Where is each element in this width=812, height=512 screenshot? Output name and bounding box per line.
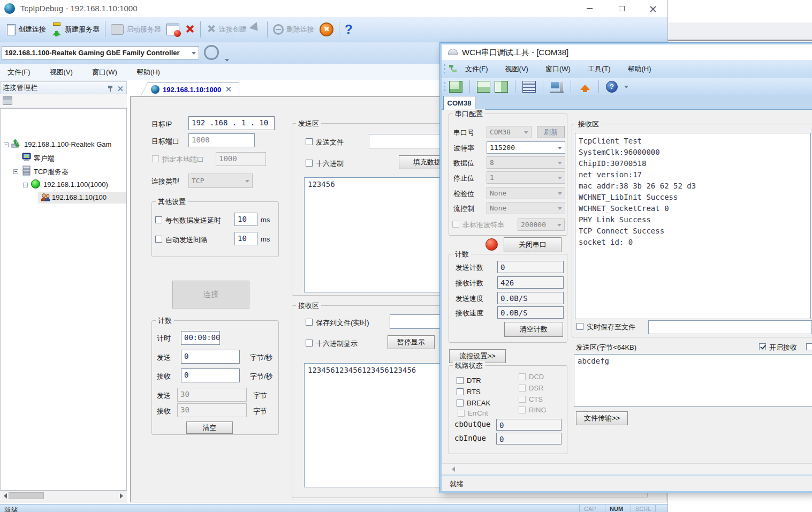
wch-menu-window[interactable]: 窗口(W) — [543, 64, 573, 74]
scroll-thumb[interactable] — [9, 492, 44, 499]
tcp-counter-group: 计数 计时 00:00:00 发送 0 字节/秒 接收 0 字节/秒 发送 30… — [151, 320, 279, 435]
menu-view[interactable]: 视图(V) — [48, 67, 75, 77]
extra-checkbox[interactable] — [806, 343, 812, 350]
scroll-right-icon[interactable] — [120, 493, 126, 499]
new-server-button[interactable]: 新建服务器 — [49, 20, 102, 39]
checkbox-box — [806, 343, 812, 350]
interval-field[interactable]: 10 — [234, 232, 257, 245]
checkbox-box — [519, 385, 526, 391]
tcp-toolbar: 创建连接 新建服务器 启动服务器 — [0, 17, 667, 42]
cts-label: CTS — [529, 395, 543, 403]
terminal-pc-icon[interactable] — [550, 81, 564, 93]
wch-menu-tools[interactable]: 工具(T) — [586, 64, 613, 74]
calculator-icon[interactable] — [522, 81, 536, 93]
toolbar-overflow-icon[interactable] — [624, 86, 628, 91]
realtime-save-field[interactable] — [648, 320, 812, 334]
rts-checkbox[interactable]: RTS — [457, 388, 481, 396]
dock-hscrollbar[interactable] — [0, 491, 127, 500]
close-all-button[interactable] — [317, 20, 336, 39]
databits-select: 8 — [487, 156, 565, 169]
kill-server-button[interactable] — [182, 22, 198, 37]
dock-close-icon[interactable] — [118, 86, 124, 92]
delay-checkbox[interactable]: 每包数据发送延时 — [155, 216, 221, 225]
help-glyph: ? — [610, 82, 614, 91]
tree-expander[interactable] — [23, 183, 28, 187]
menu-file[interactable]: 文件(F) — [5, 67, 33, 77]
dtr-checkbox[interactable]: DTR — [457, 377, 481, 385]
local-port-field: 1000 — [216, 152, 266, 166]
tree-item-listener[interactable]: 192.168.1.100(1000) — [43, 180, 108, 189]
tree-item-tcp-server[interactable]: TCP服务器 — [34, 167, 69, 177]
com38-tab[interactable]: COM38 — [443, 96, 475, 110]
realtime-save-checkbox[interactable]: 实时保存至文件 — [576, 322, 635, 332]
server-icon — [22, 165, 31, 176]
tree-expander[interactable] — [13, 169, 18, 174]
log-line: SystemClk:96000000 — [579, 147, 807, 158]
target-ip-field[interactable]: 192 .168 . 1 . 10 — [188, 116, 275, 130]
cabinet-icon[interactable] — [3, 96, 12, 105]
wch-send-title: 发送区(字节<64KB) — [576, 343, 636, 352]
org-chart-icon — [449, 65, 458, 72]
tree-item-connection[interactable]: 192.168.1.10(100 — [52, 193, 107, 201]
chevron-down-icon — [558, 147, 562, 152]
scroll-left-icon[interactable] — [1, 493, 7, 499]
refresh-adapters-icon[interactable] — [204, 45, 219, 60]
wch-menu-help[interactable]: 帮助(H) — [626, 64, 654, 74]
connection-tool-button[interactable] — [249, 21, 264, 38]
stop-server-button[interactable] — [164, 21, 182, 37]
wch-hscrollbar[interactable] — [442, 463, 812, 475]
adapter-select[interactable]: 192.168.1.100-Realtek Gaming GbE Family … — [2, 46, 199, 59]
parity-select: None — [487, 187, 565, 199]
upload-arrow-icon[interactable] — [578, 81, 591, 93]
split-vertical-icon[interactable] — [495, 81, 508, 93]
file-transfer-button[interactable]: 文件传输>> — [576, 411, 628, 425]
dcd-label: DCD — [529, 373, 544, 381]
target-port-field[interactable]: 1000 — [188, 133, 255, 147]
line-status-group: 线路状态 DTR RTS BREAK ErrCnt DCD DSR CTS RI… — [449, 365, 567, 454]
save-file-checkbox[interactable]: 保存到文件(实时) — [306, 318, 369, 328]
help-button[interactable]: ? — [342, 20, 355, 39]
recv-rate-label: 接收 — [157, 372, 171, 381]
clear-counter-button[interactable]: 清空 — [186, 421, 233, 434]
close-button[interactable] — [644, 3, 661, 14]
tree-item-adapter[interactable]: 192.168.1.100-Realtek Gam — [24, 140, 111, 148]
send-file-checkbox[interactable]: 发送文件 — [306, 138, 344, 147]
menu-window[interactable]: 窗口(W) — [90, 67, 119, 77]
connection-tab[interactable]: 192.168.1.10:1000 — [140, 82, 239, 97]
wch-menu-file[interactable]: 文件(F) — [463, 64, 490, 74]
checkbox-box — [306, 340, 313, 347]
create-connection-button[interactable]: 创建连接 — [4, 22, 49, 37]
pin-icon[interactable] — [108, 85, 113, 92]
parity-value: None — [490, 189, 506, 197]
split-horizontal-icon[interactable] — [477, 81, 490, 93]
enable-receive-checkbox[interactable]: 开启接收 — [759, 343, 797, 352]
wch-statusbar: 就绪 — [442, 475, 812, 491]
cboutque-label: cbOutQue — [454, 420, 490, 428]
close-port-button[interactable]: 关闭串口 — [504, 237, 561, 252]
send-hex-checkbox[interactable]: 十六进制 — [306, 159, 344, 169]
wch-recv-textarea[interactable]: TcpClient Test SystemClk:96000000 ChipID… — [575, 133, 811, 319]
toolbar-overflow-icon[interactable] — [225, 59, 229, 64]
tree-item-client[interactable]: 客户端 — [34, 154, 55, 163]
wch-send-textarea[interactable]: abcdefg — [574, 354, 812, 406]
maximize-button[interactable] — [613, 3, 629, 14]
new-session-icon[interactable] — [449, 81, 462, 93]
tree-expander[interactable] — [4, 142, 9, 147]
wch-help-icon[interactable]: ? — [606, 81, 618, 93]
recv-hex-checkbox[interactable]: 十六进制显示 — [306, 339, 358, 349]
break-checkbox[interactable]: BREAK — [457, 399, 490, 407]
start-server-icon — [111, 24, 124, 35]
interval-checkbox[interactable]: 自动发送间隔 — [155, 235, 207, 245]
baud-select[interactable]: 115200 — [487, 141, 565, 154]
menu-help[interactable]: 帮助(H) — [134, 67, 162, 77]
clear-count-button[interactable]: 清空计数 — [504, 322, 563, 337]
scroll-left-icon[interactable] — [449, 466, 455, 472]
log-line: TCP Connect Success — [579, 225, 807, 237]
delay-field[interactable]: 10 — [234, 213, 257, 226]
num-indicator: NUM — [605, 505, 627, 512]
tab-close-icon[interactable] — [226, 87, 232, 93]
wch-menu-view[interactable]: 视图(V) — [503, 64, 530, 74]
minimize-button[interactable] — [581, 3, 597, 14]
pause-display-button[interactable]: 暂停显示 — [388, 335, 435, 349]
chevron-down-icon — [558, 177, 562, 182]
